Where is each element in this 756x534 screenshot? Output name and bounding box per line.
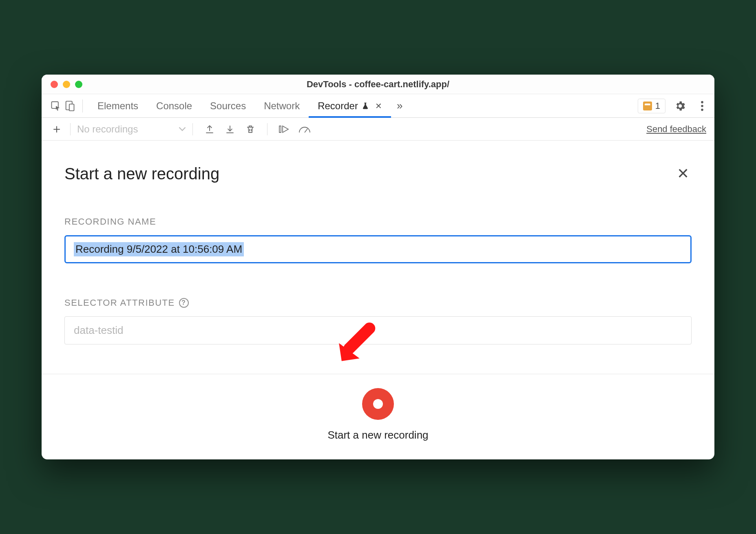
panel-footer: Start a new recording <box>42 374 714 459</box>
new-recording-panel: Start a new recording ✕ RECORDING NAME R… <box>42 141 714 459</box>
recording-name-input[interactable]: Recording 9/5/2022 at 10:56:09 AM <box>64 235 692 263</box>
delete-icon[interactable] <box>243 121 258 137</box>
tab-label: Elements <box>97 100 138 112</box>
import-icon[interactable] <box>222 121 238 137</box>
tab-console[interactable]: Console <box>147 94 201 117</box>
more-tabs-button[interactable]: » <box>391 99 408 112</box>
close-tab-icon[interactable]: ✕ <box>375 101 382 111</box>
tab-label: Console <box>156 100 192 112</box>
tab-network[interactable]: Network <box>255 94 309 117</box>
tab-label: Sources <box>210 100 246 112</box>
recordings-dropdown-label: No recordings <box>77 124 138 135</box>
devtools-tab-strip: Elements Console Sources Network Recorde… <box>42 94 714 118</box>
send-feedback-link[interactable]: Send feedback <box>646 124 706 135</box>
tab-sources[interactable]: Sources <box>201 94 255 117</box>
chevron-down-icon <box>179 127 186 132</box>
tab-label: Network <box>264 100 300 112</box>
selector-attribute-label-text: SELECTOR ATTRIBUTE <box>64 298 175 308</box>
svg-point-4 <box>701 105 703 107</box>
separator <box>70 123 71 135</box>
separator <box>267 123 267 135</box>
settings-button[interactable] <box>673 99 687 113</box>
tab-recorder[interactable]: Recorder ✕ <box>309 94 391 117</box>
start-recording-label: Start a new recording <box>327 429 428 441</box>
more-options-button[interactable] <box>695 99 710 113</box>
maximize-window-button[interactable] <box>75 81 82 88</box>
selector-attribute-input[interactable] <box>64 316 692 344</box>
svg-point-5 <box>701 108 703 111</box>
panel-tabs: Elements Console Sources Network Recorde… <box>88 94 391 117</box>
inspect-element-icon[interactable] <box>49 99 63 113</box>
separator <box>192 123 193 135</box>
separator <box>82 99 83 113</box>
start-recording-button[interactable] <box>362 388 394 420</box>
export-icon[interactable] <box>202 121 217 137</box>
recording-name-value: Recording 9/5/2022 at 10:56:09 AM <box>74 242 244 256</box>
svg-rect-6 <box>279 126 281 132</box>
issues-badge[interactable]: 1 <box>638 99 665 113</box>
help-icon[interactable]: ? <box>179 298 189 308</box>
tab-label: Recorder <box>318 100 358 112</box>
svg-rect-2 <box>69 104 74 110</box>
replay-speed-icon[interactable] <box>297 121 312 137</box>
warning-icon <box>643 102 652 110</box>
replay-icon[interactable] <box>276 121 292 137</box>
close-window-button[interactable] <box>51 81 58 88</box>
issues-count: 1 <box>655 101 660 111</box>
window-title: DevTools - coffee-cart.netlify.app/ <box>42 79 714 90</box>
recording-name-label: RECORDING NAME <box>64 216 692 227</box>
recordings-dropdown[interactable]: No recordings <box>77 124 186 135</box>
svg-point-3 <box>701 101 703 103</box>
minimize-window-button[interactable] <box>63 81 70 88</box>
new-recording-button[interactable]: ＋ <box>50 122 64 136</box>
flask-icon <box>361 102 369 110</box>
tab-elements[interactable]: Elements <box>88 94 147 117</box>
recorder-toolbar: ＋ No recordings Send feed <box>42 118 714 141</box>
panel-title: Start a new recording <box>64 165 219 183</box>
devtools-window: DevTools - coffee-cart.netlify.app/ Elem… <box>42 75 714 459</box>
window-titlebar: DevTools - coffee-cart.netlify.app/ <box>42 75 714 94</box>
window-controls <box>42 81 82 88</box>
selector-attribute-label: SELECTOR ATTRIBUTE ? <box>64 298 692 308</box>
close-panel-button[interactable]: ✕ <box>674 163 692 185</box>
record-icon <box>373 399 383 409</box>
device-toolbar-icon[interactable] <box>63 99 77 113</box>
